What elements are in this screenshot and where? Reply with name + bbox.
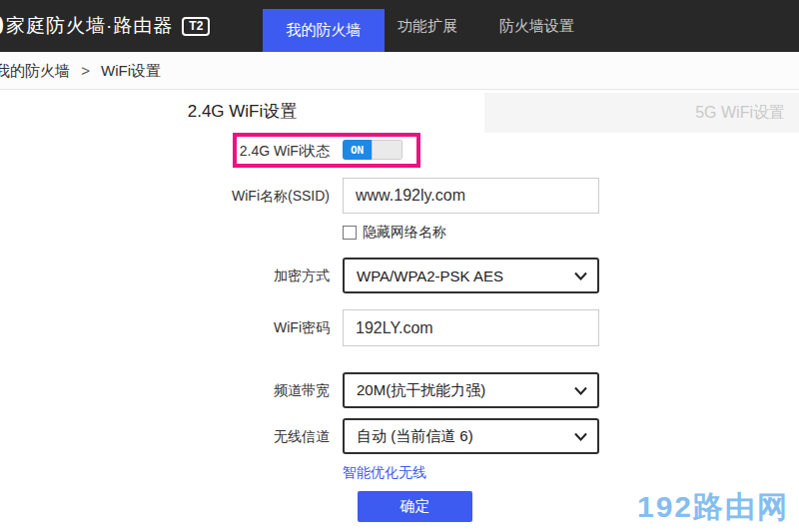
- hide-network-checkbox[interactable]: [343, 226, 357, 240]
- watermark-text: 192路由网: [637, 487, 789, 528]
- channel-label: 无线信道: [0, 426, 330, 446]
- breadcrumb: 我的防火墙 > WiFi设置: [0, 52, 799, 90]
- ssid-label: WiFi名称(SSID): [0, 186, 330, 206]
- brand-title: 家庭防火墙·路由器: [6, 13, 173, 39]
- password-input[interactable]: [343, 309, 599, 346]
- tab-24g-wifi-settings[interactable]: 2.4G WiFi设置: [0, 91, 484, 133]
- channel-value: 自动 (当前信道 6): [357, 427, 473, 446]
- bandwidth-value: 20M(抗干扰能力强): [357, 381, 485, 400]
- brand: 0 家庭防火墙·路由器 T2: [0, 0, 210, 52]
- breadcrumb-parent[interactable]: 我的防火墙: [0, 62, 70, 79]
- toggle-knob: [372, 140, 402, 160]
- logo-icon: 0: [0, 0, 4, 52]
- smart-optimize-link[interactable]: 智能优化无线: [343, 464, 426, 482]
- router-admin-page: 0 家庭防火墙·路由器 T2 我的防火墙 功能扩展 防火墙设置 我的防火墙 > …: [0, 0, 799, 532]
- bandwidth-label: 频道带宽: [0, 380, 330, 400]
- tab-5g-wifi-settings[interactable]: 5G WiFi设置: [484, 93, 799, 133]
- hide-network-label: 隐藏网络名称: [363, 224, 446, 242]
- hide-network-row: 隐藏网络名称: [343, 224, 446, 242]
- bandwidth-select[interactable]: 20M(抗干扰能力强): [343, 372, 599, 408]
- breadcrumb-current: WiFi设置: [101, 62, 161, 79]
- chevron-down-icon: [574, 432, 587, 441]
- nav-tab-my-firewall[interactable]: 我的防火墙: [263, 9, 385, 52]
- ssid-input[interactable]: [343, 178, 599, 214]
- encryption-value: WPA/WPA2-PSK AES: [357, 267, 503, 284]
- wifi-status-toggle[interactable]: ON: [343, 140, 402, 160]
- confirm-button[interactable]: 确定: [358, 491, 472, 522]
- top-navbar: 0 家庭防火墙·路由器 T2 我的防火墙 功能扩展 防火墙设置: [0, 0, 799, 52]
- channel-select[interactable]: 自动 (当前信道 6): [343, 418, 599, 454]
- chevron-down-icon: [574, 386, 587, 395]
- password-label: WiFi密码: [0, 317, 330, 337]
- model-badge: T2: [182, 17, 210, 36]
- encryption-label: 加密方式: [0, 266, 330, 285]
- encryption-select[interactable]: WPA/WPA2-PSK AES: [343, 258, 599, 293]
- chevron-down-icon: [574, 271, 587, 280]
- wifi-status-label: 2.4G WiFi状态: [0, 141, 330, 161]
- breadcrumb-separator: >: [81, 62, 90, 79]
- toggle-on-label: ON: [343, 140, 372, 160]
- nav-tab-extensions[interactable]: 功能扩展: [398, 0, 457, 52]
- nav-tab-firewall-settings[interactable]: 防火墙设置: [499, 0, 574, 52]
